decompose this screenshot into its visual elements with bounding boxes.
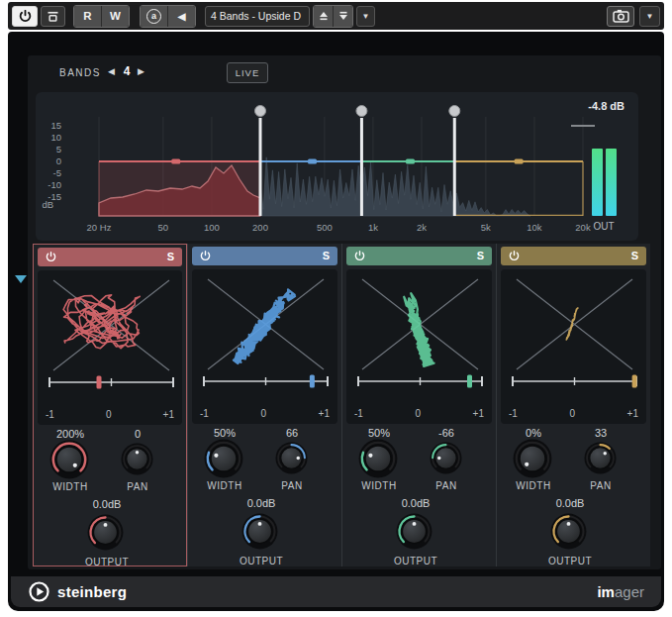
output-knob[interactable]: [396, 513, 432, 550]
band-count-value: 4: [119, 64, 135, 78]
power-icon: [46, 252, 56, 262]
steinberg-brand: steinberg: [28, 580, 127, 603]
scale-max: +1: [473, 408, 484, 419]
correlation-marker: [467, 375, 472, 388]
ab-switch-button[interactable]: a: [141, 6, 167, 27]
width-knob[interactable]: [204, 439, 243, 478]
left-arrow-icon: ◀: [178, 11, 186, 22]
correlation-scale: -1 0 +1: [46, 409, 174, 420]
live-toggle-button[interactable]: LIVE: [227, 62, 268, 83]
band-panel-3[interactable]: S -1 0 +1 50% -66 WIDTH: [341, 244, 496, 566]
power-icon: [509, 251, 520, 261]
band-2-vectorscope: -1 0 +1: [192, 269, 337, 424]
band-power-button[interactable]: [509, 248, 520, 265]
output-knob[interactable]: [241, 513, 278, 550]
width-knob[interactable]: [358, 439, 398, 478]
output-value: 0.0dB: [539, 497, 601, 509]
band-power-button[interactable]: [46, 249, 56, 266]
band-3-gain-handle[interactable]: [406, 159, 415, 164]
correlation-marker: [310, 375, 315, 388]
svg-text:10k: 10k: [527, 222, 542, 233]
up-triangle-icon: [319, 11, 329, 21]
crossover-handle[interactable]: [255, 106, 266, 117]
band-power-button[interactable]: [200, 248, 211, 265]
bands-label: BANDS: [59, 67, 101, 78]
correlation-scale: -1 0 +1: [354, 408, 484, 419]
output-value: 0.0dB: [231, 497, 292, 509]
increase-bands-arrow[interactable]: ▶: [138, 66, 144, 76]
band-1-gain-handle[interactable]: [171, 159, 180, 164]
band-solo-button[interactable]: S: [631, 251, 638, 261]
svg-text:10: 10: [50, 132, 61, 143]
plugin-power-button[interactable]: [12, 6, 38, 27]
band-panel-4[interactable]: S -1 0 +1 0% 33 WIDTH PA: [496, 244, 650, 566]
band-3-vectorscope: -1 0 +1: [346, 269, 492, 424]
band-1-header: S: [38, 248, 182, 266]
copy-ab-button[interactable]: ◀: [167, 6, 195, 27]
output-label: OUTPUT: [539, 556, 601, 566]
svg-text:200: 200: [252, 222, 268, 233]
power-icon: [200, 251, 211, 261]
crossover-handle[interactable]: [449, 106, 460, 117]
output-value: 0.0dB: [76, 498, 138, 510]
band-solo-button[interactable]: S: [323, 251, 330, 261]
band-solo-button[interactable]: S: [167, 252, 174, 262]
down-triangle-icon: [338, 11, 348, 21]
correlation-scale: -1 0 +1: [200, 408, 330, 419]
scale-max: +1: [627, 408, 638, 419]
pan-knob[interactable]: [275, 442, 308, 474]
scale-mid: 0: [569, 408, 575, 419]
next-preset-button[interactable]: [333, 6, 352, 27]
preset-name-field[interactable]: 4 Bands - Upside D: [205, 6, 310, 27]
band-solo-button[interactable]: S: [477, 251, 484, 261]
width-value: 50%: [194, 427, 255, 439]
vectorscope-graph: [192, 269, 338, 394]
band-4-gain-handle[interactable]: [515, 159, 524, 164]
band-strip: S -1 0 +1 200% 0 WIDTH P: [33, 244, 650, 566]
vectorscope-graph: [501, 269, 647, 394]
window-menu-button[interactable]: ▼: [639, 6, 660, 27]
collapse-bands-arrow[interactable]: [15, 275, 27, 283]
band-2-gain-handle[interactable]: [308, 159, 317, 164]
preset-prev-next-group: [313, 5, 353, 28]
decrease-bands-arrow[interactable]: ◀: [108, 66, 115, 76]
preset-menu-button[interactable]: ▼: [356, 6, 375, 27]
correlation-marker: [97, 376, 102, 389]
output-meter-right: [606, 149, 617, 216]
width-knob[interactable]: [49, 440, 89, 479]
spectrum-display: 151050-5-10-15dB20 Hz501002005001k2k5k10…: [36, 92, 638, 241]
power-icon: [19, 10, 32, 23]
pan-knob[interactable]: [430, 442, 462, 474]
band-panel-2[interactable]: S -1 0 +1 50% 66 WIDTH P: [187, 244, 341, 566]
previous-preset-button[interactable]: [314, 6, 333, 27]
band-power-button[interactable]: [354, 248, 365, 265]
svg-text:20 Hz: 20 Hz: [87, 222, 112, 233]
width-value: 50%: [348, 427, 410, 439]
width-label: WIDTH: [40, 481, 101, 492]
output-knob[interactable]: [87, 514, 124, 551]
svg-text:500: 500: [317, 222, 333, 233]
output-knob[interactable]: [550, 513, 587, 550]
crossover-handle[interactable]: [356, 106, 367, 117]
width-knob[interactable]: [513, 439, 552, 478]
svg-text:-10: -10: [48, 179, 61, 190]
scale-max: +1: [319, 408, 330, 419]
pan-knob[interactable]: [121, 443, 153, 475]
correlation-scale: -1 0 +1: [509, 408, 638, 419]
band-panel-1[interactable]: S -1 0 +1 200% 0 WIDTH P: [33, 244, 187, 566]
read-automation-button[interactable]: R: [74, 6, 101, 27]
host-titlebar: R W a ◀ 4 Bands - Upside D ▼: [8, 2, 664, 30]
write-automation-button[interactable]: W: [101, 6, 129, 27]
bypass-icon: [46, 9, 60, 24]
pan-value: 66: [263, 427, 321, 439]
bypass-button[interactable]: [41, 6, 65, 27]
svg-text:2k: 2k: [417, 222, 427, 233]
svg-text:5: 5: [56, 144, 61, 154]
pan-knob[interactable]: [584, 442, 617, 474]
ab-switch-icon: a: [146, 9, 161, 24]
pan-value: -66: [418, 427, 475, 439]
vectorscope-graph: [38, 270, 184, 395]
svg-text:100: 100: [204, 222, 220, 233]
snapshot-button[interactable]: [607, 6, 634, 27]
svg-text:15: 15: [50, 120, 61, 131]
